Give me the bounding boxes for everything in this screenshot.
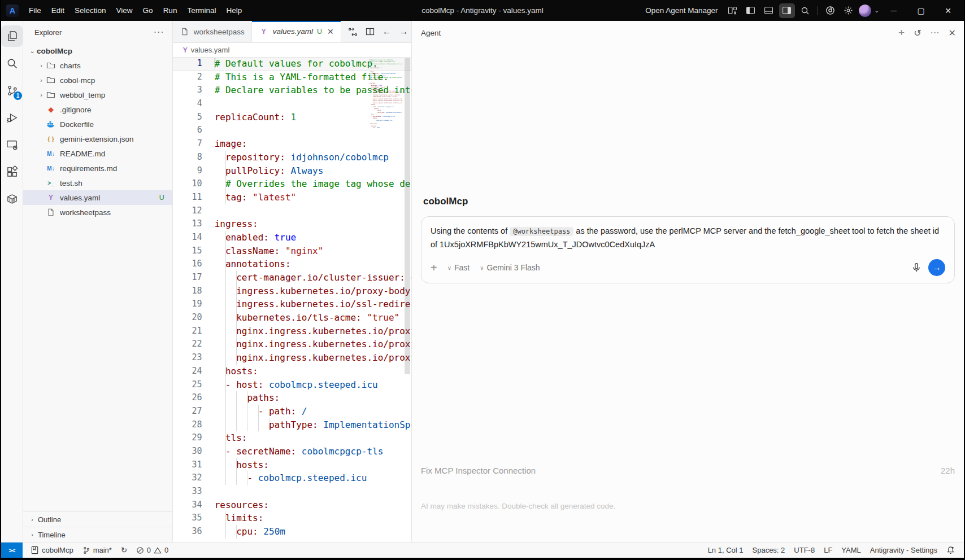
code-editor[interactable]: 1# Default values for cobolmcp.2# This i…	[173, 57, 411, 542]
attach-plus-icon[interactable]: +	[431, 261, 437, 274]
status-ln[interactable]: Ln 1, Col 1	[703, 542, 748, 558]
split-editor-icon[interactable]	[366, 27, 375, 36]
tab-worksheetpass[interactable]: worksheetpass	[173, 21, 252, 42]
tree-item-test-sh[interactable]: >_test.sh	[23, 176, 172, 190]
indent-guide	[225, 177, 226, 191]
line-text: nginx.ingress.kubernetes.io/proxy-body-s…	[215, 325, 411, 338]
sync-status-item[interactable]: ↻	[116, 542, 132, 558]
status-yaml[interactable]: YAML	[837, 542, 865, 558]
toggle-secondary-sidebar-icon[interactable]	[779, 3, 795, 18]
line-number: 6	[173, 124, 202, 137]
send-button[interactable]: →	[928, 259, 945, 276]
maximize-button[interactable]: ▢	[909, 1, 933, 20]
editor-scrollbar[interactable]	[405, 58, 410, 374]
extensions-activity-icon[interactable]	[1, 161, 23, 182]
menu-edit[interactable]: Edit	[46, 6, 69, 15]
section-outline[interactable]: ›Outline	[23, 511, 172, 527]
menu-go[interactable]: Go	[138, 6, 158, 15]
tree-item-charts[interactable]: ›charts	[23, 58, 172, 73]
remote-indicator[interactable]: ><	[1, 542, 23, 558]
remote-explorer-activity-icon[interactable]	[1, 134, 23, 155]
customize-layout-icon[interactable]	[725, 3, 741, 18]
code-line-27: 27 - path: /	[173, 405, 411, 418]
agent-more-actions-icon[interactable]: ···	[931, 28, 940, 38]
indent-guide	[225, 311, 226, 325]
tree-item-values-yaml[interactable]: Yvalues.yamlU	[23, 190, 172, 205]
explorer-activity-icon[interactable]	[1, 25, 23, 47]
indent-guide	[225, 271, 226, 285]
token: image:	[215, 138, 247, 149]
source-control-activity-icon[interactable]: 1	[1, 80, 23, 101]
tree-item-requirements-md[interactable]: M↓requirements.md	[23, 161, 172, 176]
line-text: annotations:	[215, 257, 411, 271]
open-agent-manager-button[interactable]: Open Agent Manager	[645, 6, 718, 15]
close-button[interactable]: ✕	[936, 1, 960, 20]
token	[215, 392, 247, 403]
tree-item-worksheetpass[interactable]: worksheetpass	[23, 205, 172, 220]
menu-selection[interactable]: Selection	[69, 6, 111, 15]
prompt-card[interactable]: Using the contents of @worksheetpass as …	[421, 216, 955, 283]
menu-view[interactable]: View	[111, 6, 138, 15]
line-text: hosts:	[215, 458, 411, 472]
menu-file[interactable]: File	[24, 6, 46, 15]
user-avatar[interactable]	[859, 5, 871, 17]
source-control-graph-icon[interactable]	[348, 27, 358, 37]
indent-guide	[236, 418, 237, 432]
branch-status-item[interactable]: main*	[78, 542, 116, 558]
notifications-bell-icon[interactable]	[942, 542, 959, 558]
code-line-34: 34resources:	[173, 498, 411, 512]
file-mention-chip[interactable]: @worksheetpass	[510, 227, 573, 236]
tree-item-webbol-temp[interactable]: ›webbol_temp	[23, 88, 172, 102]
history-item-label[interactable]: Fix MCP Inspector Connection	[421, 466, 536, 475]
line-number: 9	[173, 164, 202, 178]
containers-activity-icon[interactable]	[1, 188, 23, 209]
tree-item--gitignore[interactable]: ◆.gitignore	[23, 102, 172, 117]
navigate-forward-icon[interactable]: →	[399, 27, 408, 37]
toggle-panel-icon[interactable]	[761, 3, 777, 18]
tree-item-cobolmcp[interactable]: ⌄cobolMcp	[23, 43, 172, 58]
new-conversation-icon[interactable]: +	[898, 27, 905, 39]
microphone-icon[interactable]	[911, 262, 921, 273]
section-timeline[interactable]: ›Timeline	[23, 527, 172, 542]
status-antigravity[interactable]: Antigravity - Settings	[866, 542, 942, 558]
toggle-primary-sidebar-icon[interactable]	[743, 3, 759, 18]
settings-gear-icon[interactable]	[841, 3, 857, 18]
tree-item-dockerfile[interactable]: Dockerfile	[23, 117, 172, 132]
history-icon[interactable]: ↺	[914, 28, 921, 38]
menu-help[interactable]: Help	[221, 6, 247, 15]
run-debug-activity-icon[interactable]	[1, 107, 23, 128]
tree-item-cobol-mcp[interactable]: ›cobol-mcp	[23, 73, 172, 88]
sidebar-more-actions-icon[interactable]: ···	[154, 27, 164, 37]
tree-item-readme-md[interactable]: M↓README.md	[23, 146, 172, 161]
account-chevron-down-icon[interactable]: ⌄	[875, 7, 879, 14]
menu-run[interactable]: Run	[158, 6, 182, 15]
mode-dropdown[interactable]: ∨Fast	[447, 263, 470, 272]
navigate-back-icon[interactable]: ←	[382, 27, 392, 37]
indent-guide	[225, 298, 226, 311]
search-icon[interactable]	[797, 3, 813, 18]
agent-close-icon[interactable]: ✕	[949, 28, 956, 38]
tree-item-gemini-extension-json[interactable]: { }gemini-extension.json	[23, 132, 172, 146]
status-lf[interactable]: LF	[819, 542, 837, 558]
code-line-10: 10 # Overrides the image tag whose defau…	[173, 177, 411, 191]
status-utf-8[interactable]: UTF-8	[789, 542, 819, 558]
menu-terminal[interactable]: Terminal	[182, 6, 221, 15]
history-item[interactable]: Fix MCP Inspector Connection 22h	[421, 466, 955, 475]
problems-status-item[interactable]: 0 0	[132, 542, 173, 558]
search-activity-icon[interactable]	[1, 53, 23, 74]
tab-values-yaml[interactable]: Yvalues.yamlU✕	[252, 21, 341, 42]
browser-icon[interactable]	[823, 3, 838, 18]
tab-close-icon[interactable]: ✕	[327, 27, 334, 36]
project-status-item[interactable]: cobolMcp	[26, 542, 78, 558]
breadcrumb-file[interactable]: values.yaml	[191, 46, 230, 54]
indent-guide	[225, 325, 226, 338]
model-dropdown[interactable]: ∨Gemini 3 Flash	[480, 263, 540, 272]
tree-item-label: README.md	[60, 150, 172, 158]
code-line-20: 20 kubernetes.io/tls-acme: "true"	[173, 311, 411, 325]
token: hosts:	[225, 366, 258, 377]
status-spaces[interactable]: Spaces: 2	[748, 542, 790, 558]
breadcrumb[interactable]: Y values.yaml	[173, 43, 411, 57]
code-line-33: 33	[173, 485, 411, 498]
minimize-button[interactable]: ─	[881, 1, 906, 20]
indent-guide	[236, 285, 237, 298]
